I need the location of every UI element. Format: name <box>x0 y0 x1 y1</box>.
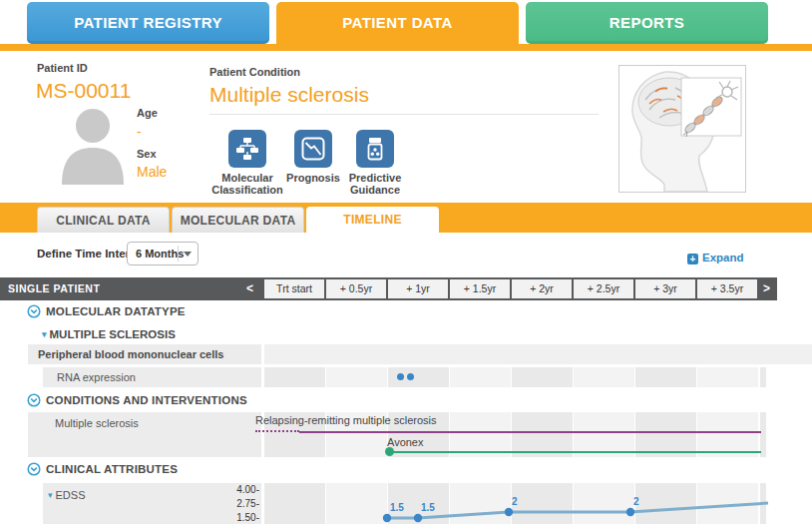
rna-data-point[interactable] <box>407 373 414 380</box>
section-title: CONDITIONS AND INTERVENTIONS <box>46 394 247 406</box>
sex-label: Sex <box>137 148 157 160</box>
subsection-multiple-sclerosis: ▾MULTIPLE SCLEROSIS <box>42 328 176 340</box>
avatar <box>55 99 131 189</box>
edss-chart[interactable]: 1.51.522 <box>264 483 812 524</box>
episode-line <box>299 431 761 433</box>
caret-down-icon[interactable]: ▾ <box>48 490 53 500</box>
section-conditions: CONDITIONS AND INTERVENTIONS <box>27 393 247 407</box>
timeline-col-header[interactable]: + 2.5yr <box>574 279 633 298</box>
expand-label: Expand <box>702 252 744 263</box>
episode-line-dotted <box>255 430 299 432</box>
timeline-header: SINGLE PATIENT < Trt start + 0.5yr + 1yr… <box>0 277 777 300</box>
sex-value: Male <box>137 164 167 180</box>
age-label: Age <box>137 107 158 119</box>
section-title: MOLECULAR DATATYPE <box>46 305 186 317</box>
divider <box>178 246 179 262</box>
timeline-col-header[interactable]: + 1.5yr <box>450 279 510 298</box>
treatment-label: Avonex <box>387 436 424 448</box>
molecular-classification-button[interactable] <box>228 130 266 168</box>
collapse-section-icon[interactable] <box>27 462 41 476</box>
tab-clinical-data[interactable]: CLINICAL DATA <box>37 207 170 233</box>
timeline-col-header[interactable]: + 0.5yr <box>326 279 386 298</box>
single-patient-label: SINGLE PATIENT <box>8 277 100 300</box>
row-label-condition: Multiple sclerosis <box>28 412 261 457</box>
row-label-rna: RNA expression <box>43 367 261 387</box>
timeline-col-header[interactable]: + 3.5yr <box>697 279 757 298</box>
pbmc-timeline-band <box>264 344 812 364</box>
subsection-title: MULTIPLE SCLEROSIS <box>50 328 176 340</box>
rna-label: RNA expression <box>57 367 136 387</box>
prognosis-icon <box>300 136 326 162</box>
edss-label: EDSS <box>56 489 86 501</box>
app-window: PATIENT REGISTRY PATIENT DATA REPORTS Pa… <box>0 0 812 524</box>
prognosis-button[interactable] <box>294 130 332 168</box>
timeline-col-header[interactable]: Trt start <box>264 279 324 298</box>
plus-icon: + <box>687 254 698 264</box>
patient-id-label: Patient ID <box>37 62 88 74</box>
section-clinical-attributes: CLINICAL ATTRIBUTES <box>27 462 178 476</box>
rna-timeline-cells <box>264 367 766 387</box>
episode-label: Relapsing-remitting multiple sclerosis <box>255 414 437 426</box>
caret-down-icon[interactable]: ▾ <box>42 329 47 339</box>
treatment-line <box>390 451 761 453</box>
tab-timeline[interactable]: TIMELINE <box>306 207 439 233</box>
collapse-section-icon[interactable] <box>27 393 41 407</box>
tab-reports[interactable]: REPORTS <box>526 2 768 44</box>
timeline-col-header[interactable]: + 3yr <box>635 279 695 298</box>
svg-text:1.5: 1.5 <box>390 502 404 513</box>
timeline-col-header[interactable]: + 1yr <box>388 279 448 298</box>
svg-text:1.5: 1.5 <box>421 502 435 513</box>
row-label-pbmc: Peripheral blood mononuclear cells <box>28 344 261 364</box>
svg-text:2: 2 <box>512 496 518 507</box>
tab-patient-registry[interactable]: PATIENT REGISTRY <box>27 2 269 44</box>
scroll-left-button[interactable]: < <box>246 277 253 300</box>
scroll-right-button[interactable]: > <box>763 277 770 300</box>
pbmc-label: Peripheral blood mononuclear cells <box>38 344 223 364</box>
brain-illustration <box>618 65 746 193</box>
section-molecular-datatype: MOLECULAR DATATYPE <box>27 304 186 318</box>
treatment-start-point[interactable] <box>385 447 394 456</box>
molecular-classification-icon <box>234 136 260 162</box>
edss-axis-tick: 1.50- <box>204 512 259 523</box>
chevron-down-icon <box>184 252 192 257</box>
tab-molecular-data[interactable]: MOLECULAR DATA <box>172 207 304 233</box>
edss-axis-tick: 4.00- <box>204 484 259 495</box>
patient-condition-label: Patient Condition <box>209 66 300 78</box>
svg-text:2: 2 <box>633 496 639 507</box>
predictive-guidance-button[interactable] <box>356 130 394 168</box>
rna-data-point[interactable] <box>397 373 404 380</box>
accent-bar <box>0 44 812 51</box>
age-value: - <box>137 124 142 140</box>
rna-dots <box>264 367 766 387</box>
subtab-strip: CLINICAL DATA MOLECULAR DATA TIMELINE <box>0 203 812 233</box>
predictive-guidance-icon <box>362 136 388 162</box>
edss-label-wrap: ▾EDSS <box>48 489 86 501</box>
edss-axis-tick: 2.75- <box>204 498 259 509</box>
condition-row-label: Multiple sclerosis <box>55 417 139 429</box>
section-title: CLINICAL ATTRIBUTES <box>46 463 178 475</box>
collapse-section-icon[interactable] <box>27 304 41 318</box>
expand-button[interactable]: +Expand <box>687 248 744 265</box>
time-interval-select[interactable]: 6 Months <box>127 242 199 265</box>
timeline-col-header[interactable]: + 2yr <box>512 279 572 298</box>
patient-condition-value: Multiple sclerosis <box>209 83 369 107</box>
predictive-guidance-label: Predictive Guidance <box>330 172 420 196</box>
divider <box>209 114 599 115</box>
